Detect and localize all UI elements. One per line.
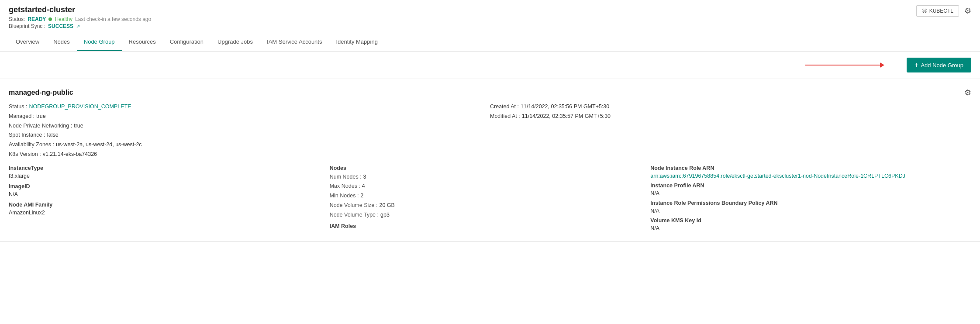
node-volume-type-row: Node Volume Type : gp3 [330,211,651,219]
instance-profile-arn-label: Instance Profile ARN [650,183,971,189]
node-instance-role-arn-label: Node Instance Role ARN [650,165,971,171]
node-private-net-row: Node Private Networking : true [9,122,490,130]
kubectl-label: KUBECTL [929,8,953,14]
node-volume-size-val: 20 GB [379,201,394,210]
section-arn: Node Instance Role ARN arn:aws:iam::6791… [650,165,971,233]
max-nodes-val: 4 [362,182,365,190]
max-nodes-row: Max Nodes : 4 [330,182,651,190]
spot-instance-key: Spot Instance : [9,131,45,139]
arrow-annotation [805,65,884,65]
tab-upgrade-jobs[interactable]: Upgrade Jobs [210,33,260,51]
status-val: NODEGROUP_PROVISION_COMPLETE [29,103,131,111]
node-group-header: managed-ng-public ⚙ [9,88,971,97]
instance-type-label: InstanceType [9,165,330,171]
instance-profile-arn-value: N/A [650,190,971,196]
section-nodes: Nodes Num Nodes : 3 Max Nodes : 4 Min No… [330,165,651,233]
modified-at-val: 11/14/2022, 02:35:57 PM GMT+5:30 [522,112,611,121]
top-info-grid: Status : NODEGROUP_PROVISION_COMPLETE Ma… [9,103,971,160]
status-value: READY [28,16,46,22]
modified-at-key: Modified At : [490,112,520,121]
left-info-col: Status : NODEGROUP_PROVISION_COMPLETE Ma… [9,103,490,160]
k8s-version-key: K8s Version : [9,150,41,159]
status-line: Status: READY Healthy Last check-in a fe… [9,16,151,22]
red-arrow-icon [805,65,884,65]
tab-nodes[interactable]: Nodes [46,33,77,51]
node-ami-family-value: AmazonLinux2 [9,210,330,216]
availability-zones-row: Availability Zones : us-west-2a, us-west… [9,141,490,149]
blueprint-value: SUCCESS [48,23,73,29]
checkin-text: Last check-in a few seconds ago [75,16,151,22]
nav-tabs: Overview Nodes Node Group Resources Conf… [0,33,980,52]
node-group-card: managed-ng-public ⚙ Status : NODEGROUP_P… [0,79,980,242]
node-volume-size-row: Node Volume Size : 20 GB [330,201,651,210]
k8s-version-val: v1.21.14-eks-ba74326 [43,150,97,159]
right-datetime-col: Created At : 11/14/2022, 02:35:56 PM GMT… [490,103,971,160]
status-row: Status : NODEGROUP_PROVISION_COMPLETE [9,103,490,111]
healthy-label: Healthy [55,16,72,22]
node-private-net-key: Node Private Networking : [9,122,72,130]
plus-icon: + [914,61,918,69]
kubectl-button[interactable]: ⌘ KUBECTL [916,5,959,17]
header-left: getstarted-cluster Status: READY Healthy… [9,5,151,29]
modified-at-row: Modified At : 11/14/2022, 02:35:57 PM GM… [490,112,971,121]
availability-zones-key: Availability Zones : [9,141,54,149]
tab-configuration[interactable]: Configuration [163,33,210,51]
toolbar-row: + Add Node Group [0,52,980,79]
created-at-row: Created At : 11/14/2022, 02:35:56 PM GMT… [490,103,971,111]
min-nodes-key: Min Nodes : [330,192,359,200]
node-volume-size-key: Node Volume Size : [330,201,378,210]
k8s-version-row: K8s Version : v1.21.14-eks-ba74326 [9,150,490,159]
page-header: getstarted-cluster Status: READY Healthy… [0,0,980,33]
node-group-title: managed-ng-public [9,89,73,97]
max-nodes-key: Max Nodes : [330,182,360,190]
instance-type-value: t3.xlarge [9,173,330,179]
cluster-title: getstarted-cluster [9,5,151,14]
node-private-net-val: true [74,122,83,130]
instance-role-permissions-value: N/A [650,208,971,214]
managed-key: Managed : [9,112,35,121]
sections-grid: InstanceType t3.xlarge ImageID N/A Node … [9,165,971,233]
tab-identity-mapping[interactable]: Identity Mapping [329,33,384,51]
status-key: Status : [9,103,27,111]
section-instance: InstanceType t3.xlarge ImageID N/A Node … [9,165,330,233]
num-nodes-key: Num Nodes : [330,173,362,181]
volume-kms-key-label: Volume KMS Key Id [650,217,971,224]
min-nodes-row: Min Nodes : 2 [330,192,651,200]
status-label: Status: [9,16,25,22]
volume-kms-key-value: N/A [650,225,971,231]
nodes-label: Nodes [330,165,651,171]
node-volume-type-val: gp3 [380,211,390,219]
managed-val: true [36,112,46,121]
image-id-value: N/A [9,191,330,197]
kubectl-terminal-icon: ⌘ [922,8,927,14]
settings-icon[interactable]: ⚙ [964,6,971,16]
min-nodes-val: 2 [360,192,363,200]
managed-row: Managed : true [9,112,490,121]
iam-roles-label: IAM Roles [330,223,651,229]
add-node-group-label: Add Node Group [921,62,963,69]
external-link-icon[interactable]: ↗ [76,24,80,29]
spot-instance-row: Spot Instance : false [9,131,490,139]
image-id-label: ImageID [9,183,330,190]
tab-overview[interactable]: Overview [9,33,46,51]
tab-resources[interactable]: Resources [122,33,163,51]
header-right: ⌘ KUBECTL ⚙ [916,5,971,17]
node-group-settings-icon[interactable]: ⚙ [964,88,971,97]
node-ami-family-label: Node AMI Family [9,202,330,208]
created-at-val: 11/14/2022, 02:35:56 PM GMT+5:30 [521,103,609,111]
health-dot-icon [48,17,52,21]
num-nodes-val: 3 [363,173,366,181]
num-nodes-row: Num Nodes : 3 [330,173,651,181]
node-volume-type-key: Node Volume Type : [330,211,379,219]
blueprint-line: Blueprint Sync : SUCCESS ↗ [9,23,151,29]
tab-iam-service-accounts[interactable]: IAM Service Accounts [260,33,329,51]
tab-node-group[interactable]: Node Group [77,33,122,51]
availability-zones-val: us-west-2a, us-west-2d, us-west-2c [56,141,142,149]
add-node-group-button[interactable]: + Add Node Group [907,58,971,72]
spot-instance-val: false [47,131,58,139]
instance-role-permissions-label: Instance Role Permissions Boundary Polic… [650,200,971,206]
blueprint-label: Blueprint Sync : [9,23,45,29]
node-instance-role-arn-value: arn:aws:iam::679196758854:role/eksctl-ge… [650,173,971,179]
created-at-key: Created At : [490,103,519,111]
